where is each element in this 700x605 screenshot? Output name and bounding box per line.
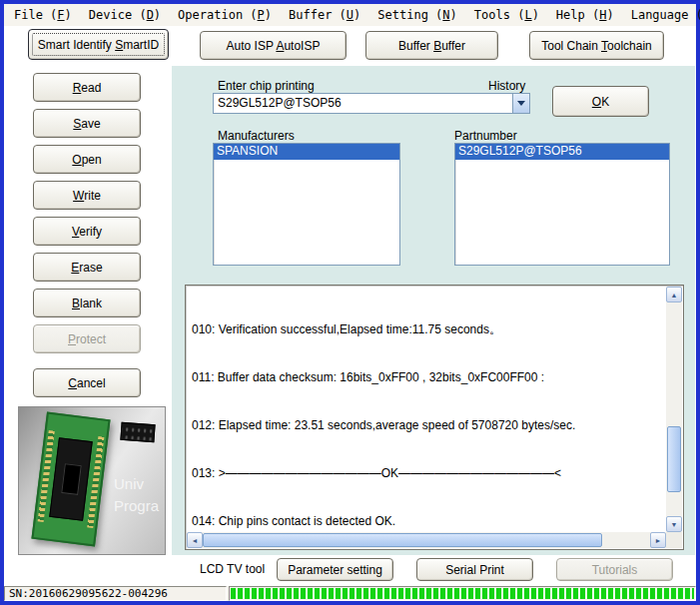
log-area: 010: Verification successful,Elapsed tim…: [185, 285, 684, 550]
menu-label: ): [265, 8, 272, 22]
vertical-scroll-thumb[interactable]: [667, 426, 681, 492]
lcd-tv-tool-label: LCD TV tool: [200, 562, 265, 576]
main-panel: Enter chip printing History S29GL512P@TS…: [172, 66, 695, 555]
partnumber-list-item[interactable]: S29GL512P@TSOP56: [455, 144, 669, 160]
menu-label: Device (: [89, 8, 147, 22]
menu-buffer[interactable]: Buffer (U): [287, 7, 362, 23]
menu-hotkey: N: [442, 8, 449, 22]
menu-hotkey: P: [258, 8, 265, 22]
button-label: Buffer Buffer: [398, 39, 465, 53]
photo-watermark-text: Univ Progra: [114, 473, 159, 517]
verify-button[interactable]: Verify: [33, 217, 141, 246]
chip-search-value: S29GL512P@TSOP56: [214, 94, 512, 113]
menu-label: ): [154, 8, 161, 22]
button-label: OK: [592, 95, 609, 109]
partnumber-label: Partnumber: [454, 129, 517, 143]
status-bar: SN:20160629095622-004296: [4, 585, 696, 601]
manufacturer-list-item[interactable]: SPANSION: [214, 144, 399, 160]
log-horizontal-scrollbar[interactable]: ◄ ►: [187, 532, 666, 548]
manufacturers-label: Manufacturers: [218, 129, 295, 143]
button-label: Verify: [72, 225, 102, 239]
enter-chip-printing-label: Enter chip printing: [218, 79, 315, 93]
menu-label: Tools (: [474, 8, 525, 22]
menu-help[interactable]: Help (H): [554, 7, 616, 23]
menu-label: ): [606, 8, 613, 22]
button-label: Erase: [71, 261, 102, 275]
menu-setting[interactable]: Setting (N): [375, 7, 459, 23]
open-button[interactable]: Open: [33, 145, 141, 174]
log-line: 014: Chip pins contact is detected OK.: [192, 513, 661, 529]
log-line: 010: Verification successful,Elapsed tim…: [192, 321, 661, 337]
button-label: Protect: [68, 332, 106, 346]
tutorials-button: Tutorials: [556, 558, 673, 581]
auto-isp-button[interactable]: Auto ISP AutoISP: [200, 31, 347, 60]
button-label: Open: [72, 153, 101, 167]
button-label: Serial Print: [445, 563, 504, 577]
save-button[interactable]: Save: [33, 109, 141, 138]
protect-button: Protect: [33, 324, 141, 353]
button-label: Auto ISP AutoISP: [227, 39, 321, 53]
log-line: 013: >―――――――――――――OK―――――――――――――<: [192, 465, 661, 481]
adapter-pcb: [31, 412, 110, 547]
menu-bar: File (F) Device (D) Operation (P) Buffer…: [4, 4, 696, 26]
button-label: Smart Identify SmartID: [38, 38, 159, 52]
menu-language[interactable]: Language (G): [629, 7, 700, 23]
menu-hotkey: F: [57, 8, 64, 22]
serial-number-text: SN:20160629095622-004296: [4, 586, 227, 601]
menu-label: Help (: [556, 8, 599, 22]
menu-hotkey: L: [524, 8, 531, 22]
menu-label: Buffer (: [289, 8, 347, 22]
menu-hotkey: U: [347, 8, 353, 22]
button-label: Save: [73, 117, 100, 131]
scroll-right-button[interactable]: ►: [650, 532, 666, 548]
button-label: Tutorials: [592, 563, 638, 577]
tool-chain-button[interactable]: Tool Chain Toolchain: [529, 31, 664, 60]
menu-tools[interactable]: Tools (L): [472, 7, 541, 23]
scroll-left-button[interactable]: ◄: [187, 532, 203, 548]
scroll-down-button[interactable]: ▼: [666, 516, 682, 532]
cancel-button[interactable]: Cancel: [33, 368, 141, 397]
isp-pin-header: [120, 422, 155, 442]
button-label: Blank: [72, 297, 102, 310]
partnumber-list: S29GL512P@TSOP56: [454, 143, 670, 266]
menu-label: ): [532, 8, 539, 22]
history-label: History: [488, 79, 525, 93]
smart-identify-button[interactable]: Smart Identify SmartID: [28, 29, 169, 60]
blank-button[interactable]: Blank: [33, 289, 141, 317]
button-label: Parameter setting: [288, 563, 382, 577]
parameter-setting-button[interactable]: Parameter setting: [277, 558, 393, 581]
serial-print-button[interactable]: Serial Print: [416, 558, 533, 581]
read-button[interactable]: Read: [33, 73, 141, 102]
erase-button[interactable]: Erase: [33, 253, 141, 282]
progress-bar: [229, 586, 696, 601]
scroll-up-button[interactable]: ▲: [666, 287, 682, 302]
button-label: Cancel: [68, 376, 105, 390]
button-label: Tool Chain Toolchain: [541, 39, 652, 53]
menu-device[interactable]: Device (D): [87, 7, 163, 23]
button-label: Read: [73, 81, 102, 95]
adapter-photo: Univ Progra: [18, 406, 166, 555]
combo-dropdown-button[interactable]: [512, 94, 529, 113]
progress-bar-fill: [231, 588, 694, 599]
buffer-button[interactable]: Buffer Buffer: [365, 31, 498, 60]
chip-socket: [49, 437, 92, 521]
log-line: 011: Buffer data checksum: 16bits_0xFF00…: [192, 369, 661, 385]
button-label: Write: [73, 189, 101, 203]
menu-label: Setting (: [377, 8, 442, 22]
scrollbar-corner: [666, 532, 682, 548]
menu-hotkey: D: [147, 8, 154, 22]
horizontal-scroll-thumb[interactable]: [203, 533, 602, 547]
chip-in-socket: [61, 463, 82, 495]
menu-label: Language (: [631, 8, 700, 22]
log-vertical-scrollbar[interactable]: ▲ ▼: [666, 287, 682, 532]
menu-label: ): [450, 8, 457, 22]
menu-file[interactable]: File (F): [12, 7, 74, 23]
chip-search-combobox[interactable]: S29GL512P@TSOP56: [213, 93, 530, 114]
menu-label: Operation (: [178, 8, 257, 22]
menu-operation[interactable]: Operation (P): [176, 7, 274, 23]
menu-label: ): [65, 8, 72, 22]
ok-button[interactable]: OK: [552, 86, 649, 117]
manufacturers-list: SPANSION: [213, 143, 400, 266]
write-button[interactable]: Write: [33, 181, 141, 210]
app-window: File (F) Device (D) Operation (P) Buffer…: [0, 0, 700, 605]
